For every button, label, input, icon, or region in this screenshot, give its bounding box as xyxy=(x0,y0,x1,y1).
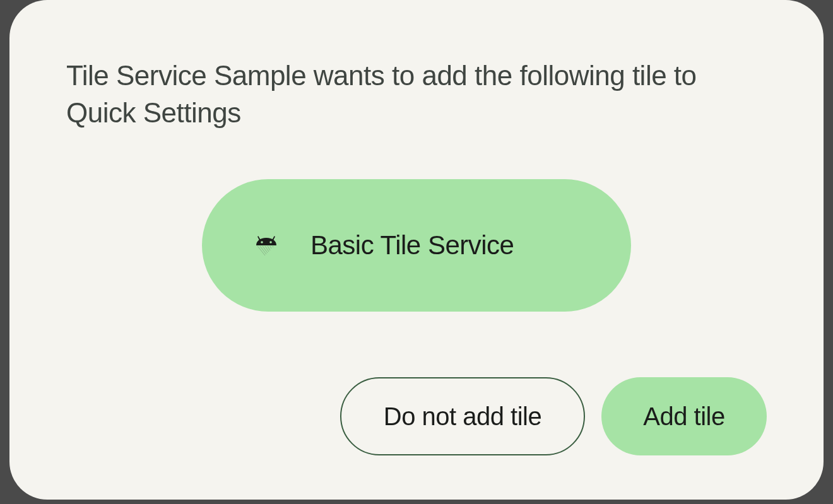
android-icon xyxy=(252,231,280,259)
svg-point-1 xyxy=(269,241,272,243)
svg-point-0 xyxy=(261,241,263,243)
svg-line-4 xyxy=(263,246,268,253)
svg-line-7 xyxy=(270,246,271,249)
add-tile-button[interactable]: Add tile xyxy=(601,377,767,455)
svg-line-6 xyxy=(268,246,270,250)
add-tile-dialog: Tile Service Sample wants to add the fol… xyxy=(9,0,824,500)
dialog-actions: Do not add tile Add tile xyxy=(66,377,767,462)
do-not-add-tile-button[interactable]: Do not add tile xyxy=(340,377,585,455)
tile-label: Basic Tile Service xyxy=(310,230,514,261)
tile-preview: Basic Tile Service xyxy=(202,179,631,312)
tile-preview-container: Basic Tile Service xyxy=(66,179,767,312)
dialog-title: Tile Service Sample wants to add the fol… xyxy=(66,57,767,132)
svg-line-8 xyxy=(273,246,273,247)
